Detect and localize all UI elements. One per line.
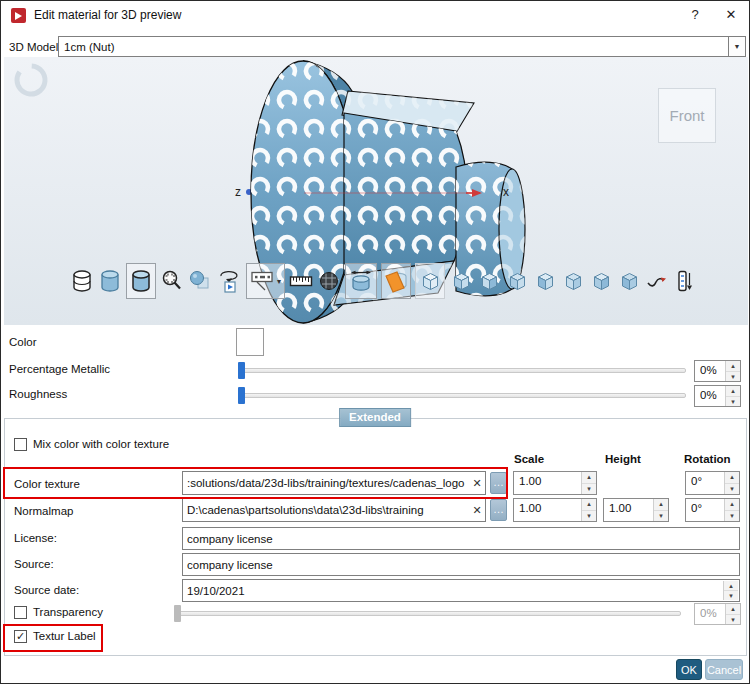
rotate-view-icon[interactable] bbox=[216, 265, 242, 297]
metallic-spinbox[interactable]: 0% ▴▾ bbox=[694, 360, 741, 382]
transparency-spinbox: 0% ▴▾ bbox=[694, 603, 741, 625]
normalmap-field[interactable]: ✕ bbox=[182, 498, 486, 522]
chevron-down-icon[interactable]: ▼ bbox=[728, 37, 745, 56]
normalmap-height-spinbox[interactable]: 1.00 ▴▾ bbox=[603, 498, 669, 522]
view-cube-2-icon[interactable] bbox=[477, 265, 501, 297]
spin-up-icon: ▴ bbox=[726, 604, 740, 615]
metallic-slider-handle[interactable] bbox=[238, 362, 245, 379]
spline-measure-icon[interactable] bbox=[645, 265, 669, 297]
color-texture-rotation-value: 0° bbox=[686, 472, 724, 494]
view-cube-7-icon[interactable] bbox=[617, 265, 641, 297]
transparency-value: 0% bbox=[695, 604, 725, 624]
roughness-slider-handle[interactable] bbox=[238, 387, 245, 404]
close-button[interactable]: ✕ bbox=[720, 5, 742, 25]
metallic-spin-buttons[interactable]: ▴▾ bbox=[725, 361, 740, 381]
animation-icon[interactable] bbox=[673, 265, 697, 297]
watermark-logo-icon bbox=[11, 60, 50, 99]
clear-icon[interactable]: ✕ bbox=[469, 477, 485, 490]
metallic-slider-track[interactable] bbox=[238, 368, 686, 373]
view-cube-1-icon[interactable] bbox=[449, 265, 473, 297]
source-label: Source: bbox=[14, 558, 54, 570]
normalmap-browse-button[interactable]: … bbox=[490, 499, 507, 521]
spin-down-icon[interactable]: ▾ bbox=[582, 511, 596, 522]
roughness-slider-track[interactable] bbox=[238, 393, 686, 398]
cylinder-wireframe-icon[interactable] bbox=[70, 265, 94, 297]
spin-buttons[interactable]: ▴▾ bbox=[724, 499, 739, 521]
dimension-icon[interactable] bbox=[249, 265, 275, 297]
source-date-input[interactable] bbox=[183, 585, 739, 597]
preview-3d-viewport[interactable]: z x Front bbox=[4, 57, 748, 325]
view-cube-3-icon[interactable] bbox=[505, 265, 529, 297]
overlap-geometry-icon[interactable] bbox=[188, 265, 212, 297]
cylinder-outlined-icon[interactable] bbox=[129, 265, 153, 297]
spin-up-icon[interactable]: ▴ bbox=[726, 361, 740, 372]
textur-label-checkbox[interactable]: ✓ bbox=[14, 630, 27, 643]
roughness-spin-buttons[interactable]: ▴▾ bbox=[725, 386, 740, 406]
normalmap-input[interactable] bbox=[183, 504, 469, 516]
license-field[interactable] bbox=[182, 527, 740, 550]
scale-header: Scale bbox=[514, 453, 544, 465]
cylinder-measure-icon[interactable] bbox=[348, 265, 374, 297]
source-field[interactable] bbox=[182, 553, 740, 576]
source-input[interactable] bbox=[183, 559, 739, 571]
normalmap-rotation-spinbox[interactable]: 0° ▴▾ bbox=[685, 498, 740, 522]
spin-down-icon[interactable]: ▾ bbox=[582, 484, 596, 495]
clear-icon[interactable]: ✕ bbox=[469, 504, 485, 517]
help-button[interactable]: ? bbox=[684, 5, 706, 25]
spin-down-icon[interactable]: ▾ bbox=[726, 372, 740, 382]
spin-buttons[interactable]: ▴▾ bbox=[581, 499, 596, 521]
color-texture-browse-button[interactable]: … bbox=[490, 472, 507, 494]
cylinder-shaded-icon[interactable] bbox=[98, 265, 122, 297]
spin-down-icon[interactable]: ▾ bbox=[726, 397, 740, 407]
spin-buttons[interactable]: ▴▾ bbox=[653, 499, 668, 521]
view-cube-6-icon[interactable] bbox=[589, 265, 613, 297]
spin-buttons[interactable]: ▴▾ bbox=[724, 472, 739, 494]
license-input[interactable] bbox=[183, 533, 739, 545]
source-date-spin-buttons[interactable]: ▴▾ bbox=[723, 581, 738, 600]
color-texture-scale-spinbox[interactable]: 1.00 ▴▾ bbox=[513, 471, 597, 495]
spin-up-icon[interactable]: ▴ bbox=[726, 386, 740, 397]
zoom-fit-icon[interactable] bbox=[160, 265, 184, 297]
roughness-spinbox[interactable]: 0% ▴▾ bbox=[694, 385, 741, 407]
spin-up-icon[interactable]: ▴ bbox=[725, 499, 739, 511]
spin-up-icon[interactable]: ▴ bbox=[582, 472, 596, 484]
dimension-dropdown-caret-icon[interactable]: ▾ bbox=[276, 277, 282, 286]
mix-color-checkbox[interactable] bbox=[14, 438, 27, 451]
spin-up-icon[interactable]: ▴ bbox=[725, 472, 739, 484]
ok-button[interactable]: OK bbox=[676, 659, 702, 680]
model-selector-combobox[interactable]: 1cm (Nut) ▼ bbox=[58, 36, 746, 57]
ruler-icon[interactable] bbox=[289, 265, 313, 297]
color-texture-field[interactable]: ✕ bbox=[182, 471, 486, 495]
app-icon bbox=[11, 8, 26, 23]
spin-down-icon[interactable]: ▾ bbox=[725, 511, 739, 522]
color-swatch[interactable] bbox=[236, 328, 264, 356]
source-date-field[interactable]: ▴▾ bbox=[182, 579, 740, 602]
spin-up-icon[interactable]: ▴ bbox=[724, 581, 738, 591]
section-plane-icon[interactable] bbox=[384, 265, 408, 297]
transparency-checkbox[interactable] bbox=[14, 606, 27, 619]
color-texture-scale-value: 1.00 bbox=[514, 472, 581, 494]
model-selector-label: 3D Model bbox=[9, 41, 58, 53]
spin-up-icon[interactable]: ▴ bbox=[654, 499, 668, 511]
cancel-button[interactable]: Cancel bbox=[705, 659, 743, 680]
view-cube-5-icon[interactable] bbox=[561, 265, 585, 297]
color-texture-rotation-spinbox[interactable]: 0° ▴▾ bbox=[685, 471, 740, 495]
spin-down-icon[interactable]: ▾ bbox=[654, 511, 668, 522]
color-texture-input[interactable] bbox=[183, 477, 469, 489]
extended-tab[interactable]: Extended bbox=[339, 408, 411, 427]
cylinder-outlined-frame bbox=[126, 263, 156, 299]
spin-up-icon[interactable]: ▴ bbox=[582, 499, 596, 511]
spin-down-icon[interactable]: ▾ bbox=[725, 484, 739, 495]
color-label: Color bbox=[9, 336, 36, 348]
color-texture-label: Color texture bbox=[14, 478, 80, 490]
normalmap-rotation-value: 0° bbox=[686, 499, 724, 521]
normalmap-label: Normalmap bbox=[14, 505, 73, 517]
spin-buttons[interactable]: ▴▾ bbox=[581, 472, 596, 494]
view-cube-4-icon[interactable] bbox=[533, 265, 557, 297]
mesh-icon[interactable] bbox=[317, 265, 341, 297]
section-plane-frame bbox=[381, 263, 411, 299]
transparency-slider-handle bbox=[174, 605, 181, 622]
spin-down-icon[interactable]: ▾ bbox=[724, 591, 738, 600]
view-cube-front-icon[interactable] bbox=[418, 265, 442, 297]
normalmap-scale-spinbox[interactable]: 1.00 ▴▾ bbox=[513, 498, 597, 522]
